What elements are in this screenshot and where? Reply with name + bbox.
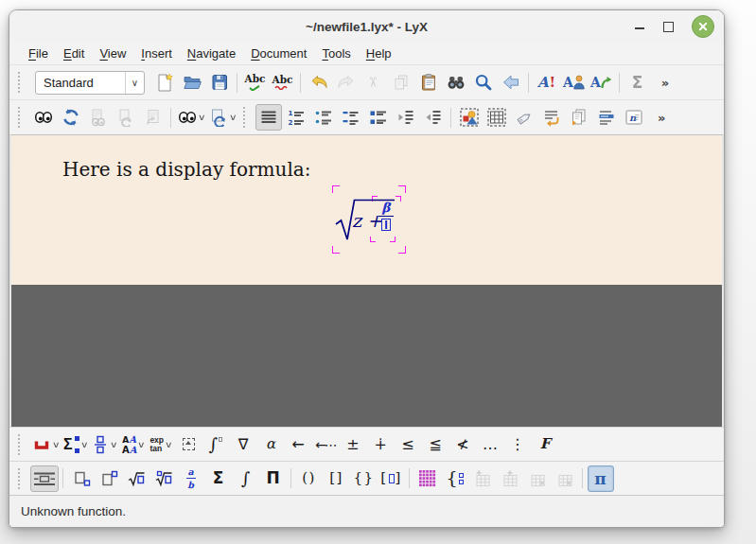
math-superscript-button[interactable] xyxy=(96,465,122,492)
fraction-line xyxy=(378,216,394,218)
svg-text:2: 2 xyxy=(288,119,292,127)
insert-citation-button[interactable] xyxy=(566,104,592,131)
document-end-area[interactable] xyxy=(11,285,722,427)
toolbar-grip[interactable] xyxy=(243,107,248,128)
math-vertical-dots-button[interactable]: ⋮ xyxy=(504,431,531,458)
spellcheck-button[interactable]: Abc xyxy=(242,69,269,96)
view-document-button[interactable] xyxy=(30,104,57,131)
math-delete-column-button xyxy=(552,465,578,492)
numbered-list-button[interactable]: 12 xyxy=(283,104,309,131)
math-parentheses-button[interactable]: () xyxy=(296,465,323,492)
toolbar-overflow-button[interactable]: » xyxy=(652,69,678,96)
math-delimiters-button[interactable]: [] xyxy=(378,465,405,492)
close-icon[interactable] xyxy=(692,15,714,38)
math-fraction-button[interactable]: ab xyxy=(178,465,204,492)
math-fraction-menu-button[interactable]: ∨ xyxy=(90,431,119,458)
noun-button[interactable]: A xyxy=(561,69,588,96)
menu-document[interactable]: Document xyxy=(243,44,314,62)
math-toolbar-toggle-button[interactable]: π xyxy=(588,465,614,492)
insert-nomenclature-button[interactable]: n xyxy=(621,104,647,131)
maximize-icon[interactable] xyxy=(663,22,674,32)
insert-label-button[interactable] xyxy=(511,104,537,131)
new-document-button[interactable] xyxy=(151,69,178,96)
math-display-toggle-button[interactable] xyxy=(30,465,59,492)
math-add-column-button xyxy=(497,465,523,492)
math-matrix-button[interactable] xyxy=(414,465,441,492)
formula-fraction[interactable]: β xyxy=(377,202,396,231)
math-dots-button[interactable]: … xyxy=(477,431,503,458)
toolbar-grip[interactable] xyxy=(18,107,23,128)
continuous-spellcheck-button[interactable]: Abc xyxy=(270,69,296,96)
math-ams-letters-button[interactable]: F xyxy=(532,431,558,458)
math-integral-button[interactable]: ∫ xyxy=(233,465,259,492)
find-replace-button[interactable] xyxy=(443,69,469,96)
titlebar[interactable]: ~/newfile1.lyx* - LyX xyxy=(9,10,724,43)
find-advanced-button[interactable] xyxy=(470,69,497,96)
open-document-button[interactable] xyxy=(179,69,205,96)
minimize-icon[interactable] xyxy=(634,21,645,32)
toolbar-grip[interactable] xyxy=(18,72,23,93)
math-arrows-button[interactable]: ← xyxy=(285,431,311,458)
math-relations-button[interactable]: ≤ xyxy=(395,431,421,458)
math-sum-button[interactable]: Σ xyxy=(205,465,232,492)
paragraph-justified-button[interactable] xyxy=(255,104,282,131)
math-greek-letters-button[interactable]: α xyxy=(257,431,284,458)
math-cases-button[interactable]: { xyxy=(442,465,468,492)
update-other-formats-button[interactable]: ∨ xyxy=(207,104,238,131)
toolbar-grip[interactable] xyxy=(18,434,23,455)
decrease-depth-button[interactable] xyxy=(420,104,447,131)
math-misc-symbols-button[interactable]: ∇ xyxy=(230,431,256,458)
labeling-list-button[interactable] xyxy=(365,104,392,131)
document-page[interactable]: Here is a display formula: z + β xyxy=(11,135,722,285)
toolbar-overflow-button[interactable]: » xyxy=(648,104,675,131)
save-document-button[interactable] xyxy=(206,69,233,96)
insert-cross-reference-button[interactable] xyxy=(538,104,565,131)
navigate-back-button[interactable] xyxy=(498,69,524,96)
paragraph-style-selector[interactable]: Standard ∨ xyxy=(35,71,145,95)
math-ams-relations-button[interactable]: ≦ xyxy=(422,431,448,458)
toolbar-grip[interactable] xyxy=(18,468,23,489)
formula-inset[interactable]: z + β xyxy=(332,185,406,254)
math-integral-limits-button[interactable]: ∫ xyxy=(202,431,229,458)
formula-numerator[interactable]: β xyxy=(382,202,391,214)
emphasis-button[interactable]: A! xyxy=(534,69,560,96)
empty-denominator-box[interactable] xyxy=(381,219,391,231)
insert-index-entry-button[interactable] xyxy=(593,104,620,131)
math-operators-button[interactable]: ± xyxy=(340,431,366,458)
menu-insert[interactable]: Insert xyxy=(133,44,180,62)
combo-dropdown-icon[interactable]: ∨ xyxy=(125,72,144,94)
math-brackets-button[interactable]: [] xyxy=(324,465,350,492)
math-product-button[interactable]: Π xyxy=(260,465,287,492)
menu-tools[interactable]: Tools xyxy=(314,44,358,62)
menu-navigate[interactable]: Navigate xyxy=(180,44,243,62)
view-other-formats-button[interactable]: ∨ xyxy=(176,104,207,131)
math-space-button[interactable] xyxy=(175,431,202,458)
menu-edit[interactable]: Edit xyxy=(56,44,92,62)
paste-button[interactable] xyxy=(415,69,442,96)
math-function-menu-button[interactable]: exptan∨ xyxy=(148,431,174,458)
math-dotted-arrows-button[interactable]: ←⋯ xyxy=(312,431,339,458)
undo-button[interactable] xyxy=(306,69,332,96)
bullet-list-button[interactable] xyxy=(310,104,337,131)
increase-depth-button[interactable] xyxy=(393,104,419,131)
menu-view[interactable]: View xyxy=(92,44,133,62)
paragraph-text[interactable]: Here is a display formula: xyxy=(62,158,310,181)
menu-help[interactable]: Help xyxy=(359,44,399,62)
toolbar-separator xyxy=(409,468,410,488)
math-subscript-button[interactable] xyxy=(68,465,95,492)
description-list-button[interactable] xyxy=(338,104,364,131)
update-document-button[interactable] xyxy=(58,104,84,131)
math-decoration-menu-button[interactable]: ∨ xyxy=(30,431,62,458)
math-root-button[interactable] xyxy=(150,465,177,492)
math-negated-relations-button[interactable]: ≮ xyxy=(449,431,476,458)
math-font-menu-button[interactable]: AAAA∨ xyxy=(120,431,147,458)
menu-file[interactable]: File xyxy=(21,44,56,62)
insert-graphics-button[interactable] xyxy=(456,104,483,131)
math-bigoperator-menu-button[interactable]: Σ∨ xyxy=(62,431,89,458)
document-area[interactable]: Here is a display formula: z + β xyxy=(9,134,724,427)
insert-table-button[interactable] xyxy=(483,104,510,131)
apply-last-textstyle-button[interactable]: A xyxy=(589,69,615,96)
math-braces-button[interactable]: {} xyxy=(351,465,378,492)
math-custom-operators-button[interactable]: ∔ xyxy=(367,431,394,458)
math-sqrt-button[interactable] xyxy=(123,465,149,492)
